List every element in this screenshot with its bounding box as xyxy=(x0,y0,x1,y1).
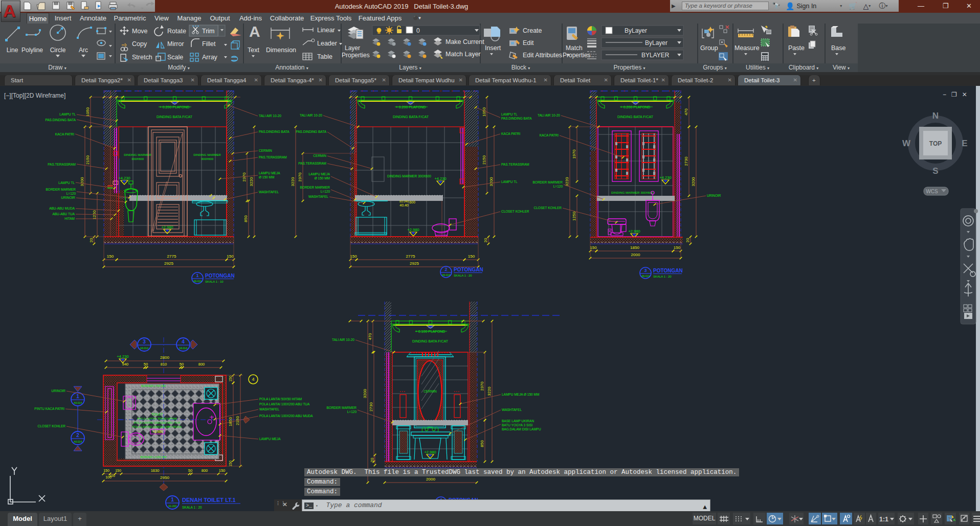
svg-text:TALI AIR 10-20: TALI AIR 10-20 xyxy=(259,114,281,118)
svg-text:150: 150 xyxy=(227,254,234,259)
svg-text:CLOSET KOHLER: CLOSET KOHLER xyxy=(534,206,562,210)
svg-text:+4.230: +4.230 xyxy=(117,354,128,359)
svg-text:URINOIR: URINOIR xyxy=(61,196,76,199)
svg-text:SKALA 1 : 20: SKALA 1 : 20 xyxy=(653,275,672,278)
svg-text:150: 150 xyxy=(350,254,357,259)
svg-text:CERMIN: CERMIN xyxy=(313,154,326,157)
svg-text:3: 3 xyxy=(644,268,647,273)
svg-text:1: 1 xyxy=(76,394,79,399)
svg-text:CERMIN: CERMIN xyxy=(259,149,272,152)
svg-text:WASHTAFEL: WASHTAFEL xyxy=(308,195,328,198)
svg-text:Paste: Paste xyxy=(788,44,805,52)
svg-text:Dimension: Dimension xyxy=(266,47,296,54)
svg-text:WASHTAFEL: WASHTAFEL xyxy=(259,407,279,411)
svg-text:LAMPU TL: LAMPU TL xyxy=(59,112,76,116)
svg-text:2730: 2730 xyxy=(684,156,688,166)
svg-text:850: 850 xyxy=(480,440,484,447)
svg-text:Layer: Layer xyxy=(345,44,360,52)
svg-text:150: 150 xyxy=(115,469,121,472)
svg-text:150: 150 xyxy=(468,254,475,259)
svg-text:Table: Table xyxy=(317,53,332,60)
svg-text:1:1: 1:1 xyxy=(879,516,888,523)
svg-text:50: 50 xyxy=(144,362,148,367)
svg-text:3200: 3200 xyxy=(363,389,367,398)
svg-text:A6.014: A6.014 xyxy=(74,401,82,404)
svg-text:20: 20 xyxy=(370,458,374,462)
svg-text:20: 20 xyxy=(685,238,690,242)
svg-text:150: 150 xyxy=(103,469,109,472)
svg-text:TOP: TOP xyxy=(929,140,942,147)
svg-text:PAS.TERASSRAM: PAS.TERASSRAM xyxy=(48,163,76,166)
svg-text:40.40: 40.40 xyxy=(399,203,409,207)
svg-text:A: A xyxy=(249,24,260,40)
svg-text:Circle: Circle xyxy=(50,47,66,54)
svg-text:Arc: Arc xyxy=(79,47,88,54)
svg-text:3200: 3200 xyxy=(691,177,696,186)
svg-text:Move: Move xyxy=(132,28,148,35)
svg-text:100: 100 xyxy=(105,475,112,479)
svg-text:PAS.DINDING BATA: PAS.DINDING BATA xyxy=(296,130,326,133)
svg-text:DINDING MARMER: DINDING MARMER xyxy=(124,153,151,156)
svg-text:HITAM: HITAM xyxy=(64,217,75,220)
svg-text:150: 150 xyxy=(229,376,232,382)
svg-text:50: 50 xyxy=(188,468,192,473)
svg-text:LAMPU TL: LAMPU TL xyxy=(501,112,518,116)
svg-text:850: 850 xyxy=(243,215,248,222)
svg-text:3: 3 xyxy=(143,339,146,345)
svg-text:Linear: Linear xyxy=(317,27,335,34)
svg-text:POLA LANTAI 100X200 ABU TUA: POLA LANTAI 100X200 ABU TUA xyxy=(134,421,181,424)
svg-text:LAMPU MEJA: LAMPU MEJA xyxy=(259,171,280,175)
svg-text:A1-203: A1-203 xyxy=(168,505,176,508)
svg-text:1: 1 xyxy=(196,273,198,278)
svg-text:Properties: Properties xyxy=(563,52,591,59)
svg-text:BORDER MARMER: BORDER MARMER xyxy=(300,186,330,189)
svg-text:ByLayer: ByLayer xyxy=(645,39,667,47)
svg-text:3220: 3220 xyxy=(291,177,295,186)
svg-text:E: E xyxy=(962,139,967,148)
svg-text:+2.980: +2.980 xyxy=(424,450,436,454)
svg-text:PAS.DINDING BATA: PAS.DINDING BATA xyxy=(501,117,532,120)
svg-text:PAS.TERASSRAM: PAS.TERASSRAM xyxy=(298,162,326,165)
svg-text:4: 4 xyxy=(182,339,185,345)
svg-text:Base: Base xyxy=(831,44,846,52)
svg-text:CLOSET KOHLER: CLOSET KOHLER xyxy=(38,424,66,428)
svg-text:Ø 150 MM: Ø 150 MM xyxy=(315,176,330,180)
svg-text:POLA LANTAI 100X200 ABU TUA: POLA LANTAI 100X200 ABU TUA xyxy=(259,402,310,406)
svg-text:KACA PATRI: KACA PATRI xyxy=(540,133,559,137)
svg-text:BORDER L=150 MM: BORDER L=150 MM xyxy=(140,455,167,459)
svg-text:Ø 150 MM: Ø 150 MM xyxy=(259,175,274,179)
svg-text:S: S xyxy=(932,166,938,176)
svg-text:150: 150 xyxy=(229,461,232,467)
svg-text:DINDING BATA F/CAT: DINDING BATA F/CAT xyxy=(157,115,193,119)
svg-text:+4.230: +4.230 xyxy=(434,176,446,181)
svg-text:LAMPU TL: LAMPU TL xyxy=(58,181,75,185)
svg-text:Rotate: Rotate xyxy=(167,28,186,35)
svg-text:A6.014: A6.014 xyxy=(74,440,82,443)
svg-text:Create: Create xyxy=(523,27,542,34)
svg-text:DINDING MARMER 300X600: DINDING MARMER 300X600 xyxy=(611,191,653,194)
svg-text:Edit: Edit xyxy=(523,39,534,47)
svg-text:SKALA 1 : 20: SKALA 1 : 20 xyxy=(454,274,472,277)
svg-text:W: W xyxy=(902,139,911,148)
svg-text:A6.014: A6.014 xyxy=(140,347,148,350)
svg-text:2000: 2000 xyxy=(631,253,640,257)
svg-text:BORDER MARMER: BORDER MARMER xyxy=(326,406,357,409)
svg-text:LAMPU TL: LAMPU TL xyxy=(501,180,518,184)
svg-text:POTONGAN: POTONGAN xyxy=(653,268,683,273)
svg-text:CLOSET KOHLER: CLOSET KOHLER xyxy=(501,210,529,213)
svg-text:TALI AIR 10-20: TALI AIR 10-20 xyxy=(332,338,354,341)
svg-text:Copy: Copy xyxy=(132,40,147,48)
svg-text:1050: 1050 xyxy=(85,107,90,117)
svg-text:800: 800 xyxy=(198,362,205,367)
svg-text:3200: 3200 xyxy=(489,177,494,186)
svg-text:LAMPU MEJA: LAMPU MEJA xyxy=(259,437,281,441)
svg-text:3220: 3220 xyxy=(249,177,254,186)
svg-text:A6-014: A6-014 xyxy=(193,280,202,283)
svg-text:1250: 1250 xyxy=(92,210,97,219)
svg-text:20: 20 xyxy=(89,238,94,242)
svg-text:800: 800 xyxy=(202,468,208,473)
svg-text:POLA LANTAI 100X200 ABU MUDA: POLA LANTAI 100X200 ABU MUDA xyxy=(259,414,313,418)
svg-text:DINDING MARMER: DINDING MARMER xyxy=(193,153,221,156)
svg-text:LAMPU MEJA: LAMPU MEJA xyxy=(308,172,330,176)
svg-text:1250: 1250 xyxy=(572,212,576,221)
